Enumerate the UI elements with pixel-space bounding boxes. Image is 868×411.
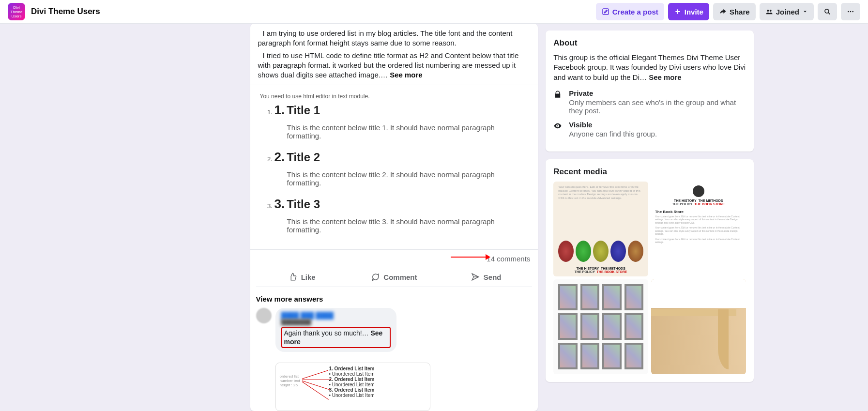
share-arrow-icon xyxy=(719,8,727,15)
comment-button[interactable]: Comment xyxy=(348,267,440,287)
pencil-square-icon xyxy=(602,8,609,15)
commenter-sub: ████████ xyxy=(281,319,391,325)
comment-icon xyxy=(371,273,380,281)
see-more-link[interactable]: See more xyxy=(390,71,423,79)
lock-icon xyxy=(553,89,563,115)
comment-text: Again thank you so much!… xyxy=(284,329,371,337)
post-card: I am trying to use ordered list in my bl… xyxy=(250,24,538,411)
search-icon xyxy=(823,8,831,15)
svg-point-1 xyxy=(767,10,769,12)
svg-point-2 xyxy=(769,10,771,12)
visibility-row: Visible Anyone can find this group. xyxy=(553,121,746,138)
dup-number: 3. xyxy=(274,197,285,212)
chevron-down-icon xyxy=(802,9,808,15)
post-action-bar: Like Comment Send xyxy=(256,267,533,287)
ordered-list-preview: 1.Title 1 This is the content below titl… xyxy=(260,103,529,234)
send-label: Send xyxy=(484,273,502,281)
post-text: I tried to use HTML code to define title… xyxy=(258,51,519,79)
commenter-name: ████ ███ ████ xyxy=(281,312,391,319)
svg-point-6 xyxy=(852,11,853,13)
visibility-desc: Anyone can find this group. xyxy=(569,130,657,138)
visibility-title: Visible xyxy=(569,121,657,129)
top-bar: Divi Theme Users Divi Theme Users Create… xyxy=(0,0,868,24)
media-thumbnail[interactable]: Your content goes here. Edit or remove t… xyxy=(553,182,648,276)
item-desc: This is the content below title 2. It sh… xyxy=(274,170,529,187)
share-button[interactable]: Share xyxy=(713,3,756,20)
media-thumbnail[interactable]: THE HISTORY THE METHODS THE POLICY THE B… xyxy=(651,182,746,276)
svg-point-3 xyxy=(825,9,829,13)
about-text: This group is the official Elegant Theme… xyxy=(553,53,746,82)
right-sidebar: About This group is the official Elegant… xyxy=(546,30,753,382)
like-button[interactable]: Like xyxy=(256,267,348,287)
post-paragraph: I am trying to use ordered list in my bl… xyxy=(258,29,531,48)
post-paragraph: I tried to use HTML code to define title… xyxy=(258,51,531,80)
comment-label: Comment xyxy=(383,273,417,281)
nested-list: 1. Ordered List Item • Unordered List It… xyxy=(329,366,375,398)
joined-button[interactable]: Joined xyxy=(760,3,814,20)
svg-rect-0 xyxy=(603,9,609,15)
create-post-button[interactable]: Create a post xyxy=(596,3,664,20)
comments-count[interactable]: 14 comments xyxy=(487,255,530,263)
about-card: About This group is the official Elegant… xyxy=(546,30,753,152)
comment-bubble[interactable]: ████ ███ ████ ████████ Again thank you s… xyxy=(275,308,396,352)
send-button[interactable]: Send xyxy=(440,267,532,287)
privacy-title: Private xyxy=(569,89,746,97)
group-title[interactable]: Divi Theme Users xyxy=(31,7,100,16)
eye-icon xyxy=(553,121,563,138)
joined-label: Joined xyxy=(776,8,799,16)
invite-label: Invite xyxy=(685,8,703,16)
annotation-arrow xyxy=(451,257,489,258)
group-avatar[interactable]: Divi Theme Users xyxy=(8,3,25,20)
like-icon xyxy=(289,273,297,281)
nested-label: ordered list number text height : 26 xyxy=(280,375,300,387)
privacy-desc: Only members can see who's in the group … xyxy=(569,98,746,115)
privacy-row: Private Only members can see who's in th… xyxy=(553,89,746,115)
item-desc: This is the content below title 1. It sh… xyxy=(274,123,529,140)
list-item: 1.Title 1 This is the content below titl… xyxy=(274,103,529,140)
recent-media-heading: Recent media xyxy=(553,167,746,177)
search-button[interactable] xyxy=(818,3,837,20)
dots-icon xyxy=(847,8,854,15)
about-heading: About xyxy=(553,38,746,48)
dup-number: 2. xyxy=(274,150,285,165)
item-title: Title 2 xyxy=(287,151,320,164)
more-button[interactable] xyxy=(841,3,860,20)
list-item: 3.Title 3 This is the content below titl… xyxy=(274,197,529,234)
media-thumbnail[interactable] xyxy=(651,279,746,374)
invite-button[interactable]: Invite xyxy=(668,3,709,20)
see-more-link[interactable]: See more xyxy=(649,73,682,81)
share-label: Share xyxy=(730,8,750,16)
comment-row: ████ ███ ████ ████████ Again thank you s… xyxy=(250,306,538,360)
post-meta-row: 14 comments xyxy=(250,249,538,264)
plus-icon xyxy=(674,8,682,15)
svg-point-4 xyxy=(848,11,849,13)
annotation-highlight-box: Again thank you so much!… See more xyxy=(281,327,391,348)
media-grid: Your content goes here. Edit or remove t… xyxy=(553,182,746,374)
media-thumbnail[interactable] xyxy=(553,279,648,374)
recent-media-card: Recent media Your content goes here. Edi… xyxy=(546,159,753,382)
list-item: 2.Title 2 This is the content below titl… xyxy=(274,150,529,187)
svg-point-5 xyxy=(850,11,852,13)
like-label: Like xyxy=(301,273,316,281)
post-attachment[interactable]: You need to use html editor in text modu… xyxy=(250,85,538,249)
attachment-hint: You need to use html editor in text modu… xyxy=(260,93,529,100)
group-iconon xyxy=(765,8,773,15)
item-title: Title 1 xyxy=(287,104,320,117)
post-body: I am trying to use ordered list in my bl… xyxy=(250,24,538,85)
item-title: Title 3 xyxy=(287,198,320,211)
view-more-answers[interactable]: View more answers xyxy=(250,290,538,306)
item-desc: This is the content below title 3. It sh… xyxy=(274,217,529,234)
create-post-label: Create a post xyxy=(612,8,658,16)
dup-number: 1. xyxy=(274,103,285,118)
send-icon xyxy=(471,273,480,281)
comment-attachment[interactable]: ordered list number text height : 26 1. … xyxy=(275,363,430,411)
commenter-avatar[interactable] xyxy=(256,308,272,323)
